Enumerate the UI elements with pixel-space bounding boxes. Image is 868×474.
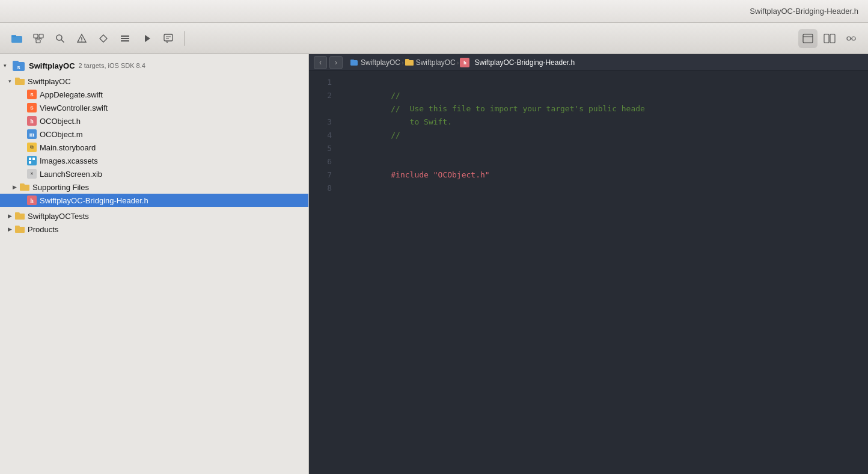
svg-rect-35: [350, 60, 354, 61]
svg-rect-29: [13, 61, 19, 64]
svg-rect-15: [121, 38, 129, 39]
project-icon: S: [12, 59, 25, 72]
line-num-3: [309, 102, 339, 115]
h-icon-bridging: h: [26, 195, 37, 205]
supporting-folder-icon: [19, 182, 30, 192]
line-num-4: 3: [309, 115, 339, 129]
images-label: Images.xcassets: [40, 156, 98, 165]
svg-point-25: [847, 37, 851, 40]
sidebar-item-bridging-header[interactable]: h SwiftplayOC-Bridging-Header.h: [0, 194, 308, 207]
tests-label: SwiftplayOCTests: [28, 212, 89, 221]
main-content: ▾ S SwiftplayOC 2 targets, iOS SDK 8.4 ▾…: [0, 54, 868, 474]
source-control-button[interactable]: [94, 29, 113, 48]
toolbar-right: [798, 29, 861, 48]
code-comment-1: //: [391, 91, 400, 100]
breadcrumb-project[interactable]: SwiftplayOC: [350, 58, 400, 67]
storyboard-icon: ⧉: [26, 143, 37, 152]
sidebar-item-supporting-files[interactable]: ▶ Supporting Files: [0, 180, 308, 194]
ocobject-m-label: OCObject.m: [40, 130, 83, 139]
svg-rect-4: [36, 40, 40, 43]
issue-navigator-button[interactable]: [72, 29, 91, 48]
code-line-6: [344, 142, 868, 155]
breadcrumb-project-label: SwiftplayOC: [361, 58, 400, 67]
svg-rect-23: [824, 34, 829, 43]
launchscreen-label: LaunchScreen.xib: [40, 170, 102, 179]
breadcrumb-file[interactable]: h SwiftplayOC-Bridging-Header.h: [460, 58, 575, 67]
svg-rect-18: [164, 34, 173, 41]
sidebar-item-launchscreen[interactable]: ✕ LaunchScreen.xib: [0, 167, 308, 180]
sidebar-item-tests[interactable]: ▶ SwiftplayOCTests: [0, 209, 308, 223]
supporting-files-label: Supporting Files: [32, 183, 89, 192]
swift-icon-2: S: [26, 103, 37, 112]
svg-marker-17: [145, 35, 150, 42]
code-string-1: "OCObject.h": [433, 170, 490, 179]
folder-navigator-button[interactable]: [7, 29, 26, 48]
version-editor-button[interactable]: [842, 29, 861, 48]
breadcrumb-back-button[interactable]: ‹: [314, 56, 327, 69]
sidebar-item-images[interactable]: Images.xcassets: [0, 154, 308, 167]
editor: ‹ › SwiftplayOC ›: [309, 54, 868, 474]
assistant-editor-button[interactable]: [820, 29, 839, 48]
structure-navigator-button[interactable]: [29, 29, 48, 48]
code-line-7: #include "OCObject.h": [344, 155, 868, 168]
products-folder-icon: [14, 224, 25, 234]
products-arrow: ▶: [5, 226, 14, 232]
folder-icon: [14, 76, 25, 86]
toolbar-divider-1: [184, 31, 185, 46]
svg-rect-3: [39, 34, 43, 38]
breadcrumb-sep-1: ›: [402, 59, 404, 66]
search-navigator-button[interactable]: [50, 29, 70, 48]
line-num-2: 2: [309, 89, 339, 102]
code-comment-3: to Swift.: [391, 117, 452, 126]
log-navigator-button[interactable]: [137, 29, 156, 48]
breadcrumb-forward-button[interactable]: ›: [329, 56, 343, 69]
editor-content[interactable]: 1 2 3 4 5 6 7 8 // // Use this file to i…: [309, 71, 868, 474]
swift-icon: S: [26, 90, 37, 99]
project-root[interactable]: ▾ S SwiftplayOC 2 targets, iOS SDK 8.4: [0, 57, 308, 75]
svg-rect-32: [32, 158, 35, 160]
products-label: Products: [28, 225, 58, 234]
tests-arrow: ▶: [5, 213, 14, 219]
toolbar: [0, 23, 868, 54]
code-line-5: [344, 129, 868, 142]
tests-folder-icon: [14, 211, 25, 221]
svg-rect-33: [29, 161, 31, 164]
xcassets-icon: [26, 156, 37, 165]
ocobject-h-label: OCObject.h: [40, 117, 81, 126]
svg-text:S: S: [17, 65, 20, 70]
sidebar: ▾ S SwiftplayOC 2 targets, iOS SDK 8.4 ▾…: [0, 54, 309, 474]
code-line-1: //: [344, 76, 868, 89]
project-arrow: ▾: [4, 63, 12, 69]
sidebar-item-products[interactable]: ▶ Products: [0, 223, 308, 236]
line-num-9: 8: [309, 182, 339, 195]
code-line-2: // Use this file to import your target's…: [344, 89, 868, 102]
m-icon-ocobject: m: [26, 129, 37, 139]
breadcrumb-file-label: SwiftplayOC-Bridging-Header.h: [474, 58, 575, 67]
breadcrumb-folder-label: SwiftplayOC: [416, 58, 456, 67]
sidebar-item-mainstoryboard[interactable]: ⧉ Main.storyboard: [0, 141, 308, 154]
title-bar-filename: SwiftplayOC-Bridging-Header.h: [750, 7, 858, 16]
breadcrumb-items: SwiftplayOC › SwiftplayOC › h SwiftplayO…: [350, 58, 575, 67]
line-num-1: 1: [309, 76, 339, 89]
chat-button[interactable]: [159, 29, 178, 48]
svg-marker-13: [100, 35, 107, 42]
line-num-8: 7: [309, 168, 339, 182]
sidebar-item-appdelegate[interactable]: S AppDelegate.swift: [0, 88, 308, 101]
breadcrumb-sep-2: ›: [457, 59, 459, 66]
code-comment-2: // Use this file to import your target's…: [391, 104, 645, 113]
sidebar-group-swiftplayoc[interactable]: ▾ SwiftplayOC: [0, 75, 308, 88]
code-area[interactable]: // // Use this file to import your targe…: [339, 71, 868, 474]
group-label: SwiftplayOC: [28, 77, 71, 86]
breadcrumb-folder[interactable]: SwiftplayOC: [405, 58, 456, 67]
sidebar-item-ocobject-m[interactable]: m OCObject.m: [0, 128, 308, 141]
sidebar-item-viewcontroller[interactable]: S ViewController.swift: [0, 101, 308, 114]
svg-rect-24: [830, 34, 835, 43]
code-directive-1: #include: [391, 170, 433, 179]
svg-rect-14: [121, 35, 129, 37]
standard-editor-button[interactable]: [798, 29, 818, 48]
breakpoint-navigator-button[interactable]: [115, 29, 135, 48]
sidebar-item-ocobject-h[interactable]: h OCObject.h: [0, 114, 308, 128]
bridging-header-label: SwiftplayOC-Bridging-Header.h: [40, 196, 148, 205]
h-icon-ocobject: h: [26, 116, 37, 126]
supporting-arrow: ▶: [10, 184, 19, 190]
